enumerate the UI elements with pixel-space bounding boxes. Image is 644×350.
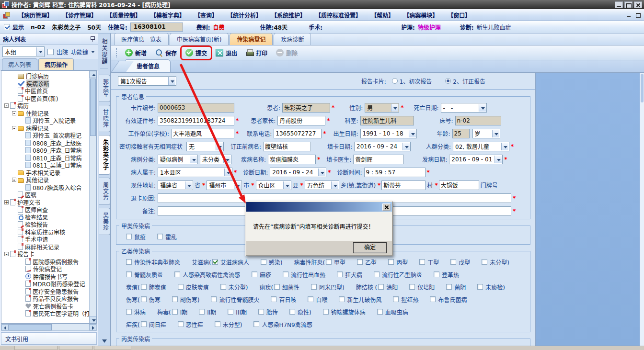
tree-item[interactable]: 医嘱 bbox=[2, 191, 89, 199]
maximize-icon[interactable] bbox=[624, 1, 632, 8]
disease-option[interactable]: 人感染H7N9禽流感 bbox=[253, 320, 312, 328]
checkbox[interactable] bbox=[289, 309, 295, 315]
disease-option[interactable]: 戊型 bbox=[450, 258, 470, 266]
tree-item[interactable]: - 报告卡 bbox=[2, 250, 89, 258]
checkbox[interactable] bbox=[220, 284, 226, 290]
card-no-input[interactable] bbox=[158, 103, 234, 113]
disease-option[interactable]: I期 bbox=[172, 308, 188, 316]
tree-item[interactable]: - 病程记录 bbox=[2, 124, 89, 132]
disease-option[interactable]: 炭疽( bbox=[126, 283, 140, 291]
checkbox[interactable] bbox=[228, 309, 233, 315]
checkbox[interactable] bbox=[419, 259, 425, 265]
document-tab[interactable]: 医疗信息一览表 bbox=[114, 34, 169, 45]
chevron-down-icon[interactable] bbox=[36, 47, 44, 56]
tab-patient-info[interactable]: 患者信息 bbox=[126, 59, 171, 72]
disease-option[interactable]: 猩红热 bbox=[393, 295, 418, 304]
tree-item[interactable]: 医师自查 bbox=[2, 206, 89, 214]
disease-option[interactable]: 白喉 bbox=[308, 295, 327, 304]
chevron-down-icon[interactable] bbox=[331, 181, 338, 189]
sidebar-tab-record-ops[interactable]: 病历操作 bbox=[38, 58, 74, 70]
document-tab[interactable]: 疾病诊断 bbox=[274, 34, 311, 45]
disease-option[interactable]: 丙型 bbox=[388, 258, 408, 266]
chevron-down-icon[interactable] bbox=[391, 104, 398, 112]
disease-option[interactable]: III期 bbox=[228, 308, 247, 316]
menu-item[interactable]: 【病历管理】 bbox=[13, 10, 58, 21]
document-tab[interactable]: 中医病案首页(新) bbox=[170, 34, 229, 45]
tree-item[interactable]: 肿瘤报告书写 bbox=[2, 273, 89, 281]
tree-item[interactable]: 门诊病历 bbox=[2, 72, 89, 80]
checkbox[interactable] bbox=[377, 309, 383, 315]
tree-item[interactable]: - 其他记录 bbox=[2, 176, 89, 184]
close-icon[interactable] bbox=[634, 1, 642, 8]
checkbox[interactable] bbox=[337, 271, 343, 277]
checkbox[interactable] bbox=[261, 259, 266, 265]
tree-expander-icon[interactable]: - bbox=[12, 111, 16, 115]
disease-name-input[interactable] bbox=[268, 155, 316, 164]
tree-item[interactable]: 死亡病例报告卡 bbox=[2, 303, 89, 310]
scroll-up-icon[interactable] bbox=[90, 71, 96, 78]
town-select[interactable]: 万色纺 bbox=[305, 181, 339, 190]
radio-corrected-report[interactable] bbox=[445, 78, 451, 84]
disease-option[interactable]: 伤寒( bbox=[126, 295, 140, 304]
disease-option[interactable]: 未分型) bbox=[215, 320, 242, 328]
checkbox[interactable] bbox=[172, 309, 178, 315]
scroll-left-icon[interactable] bbox=[1, 324, 9, 330]
checkbox[interactable] bbox=[212, 259, 218, 265]
checkbox[interactable] bbox=[271, 296, 276, 302]
tree-item[interactable]: 0808_庄森_上级医 bbox=[2, 139, 89, 147]
disease-option[interactable]: 梅毒( bbox=[157, 308, 171, 316]
menu-item[interactable]: 【统计分析】 bbox=[222, 10, 266, 21]
disease-option[interactable]: 隐性) bbox=[289, 308, 311, 316]
disease-option[interactable]: 疟疾( bbox=[126, 320, 140, 328]
disease-option[interactable]: 感染) bbox=[261, 258, 283, 266]
bed-no-input[interactable] bbox=[455, 116, 501, 125]
checkbox[interactable] bbox=[326, 259, 332, 265]
checkbox[interactable] bbox=[434, 271, 439, 277]
disease-option[interactable]: 新生儿破伤风 bbox=[339, 295, 381, 304]
toolbar-button[interactable]: 新增 bbox=[122, 47, 150, 58]
chevron-down-icon[interactable] bbox=[185, 181, 192, 189]
document-reference-button[interactable]: 文书引用 bbox=[1, 332, 97, 345]
disease-option[interactable]: 未分型) bbox=[220, 283, 248, 291]
checkbox[interactable] bbox=[450, 259, 456, 265]
tree-item[interactable]: 居民死亡医学证明（打 bbox=[2, 310, 89, 317]
disease-option[interactable]: 百日咳 bbox=[271, 295, 296, 304]
checkbox[interactable] bbox=[215, 321, 220, 327]
guardian-input[interactable] bbox=[277, 116, 325, 125]
tree-item[interactable]: 郑怜玉_首次病程记 bbox=[2, 132, 89, 139]
tree-expander-icon[interactable]: - bbox=[12, 178, 16, 182]
disease-option[interactable]: 布鲁氏菌病 bbox=[430, 295, 467, 304]
disease-option[interactable]: 急性出血性结膜炎 bbox=[260, 346, 314, 346]
scroll-thumb[interactable] bbox=[90, 79, 96, 136]
tree-item[interactable]: 传染病登记 bbox=[2, 265, 89, 273]
chevron-down-icon[interactable] bbox=[479, 104, 486, 112]
chevron-down-icon[interactable] bbox=[402, 143, 410, 150]
disease-option[interactable]: 痢疾( bbox=[259, 283, 273, 291]
disease-option[interactable]: 艾滋病病人 bbox=[212, 258, 249, 266]
disease-option[interactable]: 未痰检) bbox=[477, 283, 505, 291]
disease-option[interactable]: 风疹 bbox=[229, 346, 248, 346]
radio-initial-report[interactable] bbox=[392, 78, 398, 84]
disease-option[interactable]: 流行性腮腺炎 bbox=[174, 346, 217, 346]
checkbox[interactable] bbox=[157, 234, 163, 239]
mdi-minimize-icon[interactable] bbox=[626, 12, 633, 18]
checkbox[interactable] bbox=[252, 271, 257, 277]
department-input[interactable] bbox=[360, 116, 414, 125]
mdi-restore-icon[interactable] bbox=[635, 12, 642, 18]
disease-option[interactable]: 间日疟 bbox=[141, 320, 166, 328]
checkbox[interactable] bbox=[274, 284, 280, 290]
birth-date-select[interactable]: 1991 - 10 - 18 bbox=[360, 129, 417, 138]
tree-item[interactable]: 医院感染病例报告 bbox=[2, 258, 89, 266]
tree-item[interactable]: 中医首页 bbox=[2, 87, 89, 95]
checkbox[interactable] bbox=[446, 284, 452, 290]
village-input[interactable] bbox=[381, 181, 426, 190]
checkbox[interactable] bbox=[374, 271, 380, 277]
disease-option[interactable]: 传染性非典型肺炎 bbox=[126, 258, 180, 266]
disease-option[interactable]: 霍乱 bbox=[157, 233, 177, 241]
tree-item[interactable]: 0809_庄森_日常病 bbox=[2, 147, 89, 154]
tree-item[interactable]: 手术申请 bbox=[2, 236, 89, 243]
checkbox[interactable] bbox=[388, 259, 394, 265]
checkbox[interactable] bbox=[258, 309, 264, 315]
scroll-down-icon[interactable] bbox=[90, 316, 96, 323]
admission-no-field[interactable]: 16308101 bbox=[130, 23, 183, 32]
